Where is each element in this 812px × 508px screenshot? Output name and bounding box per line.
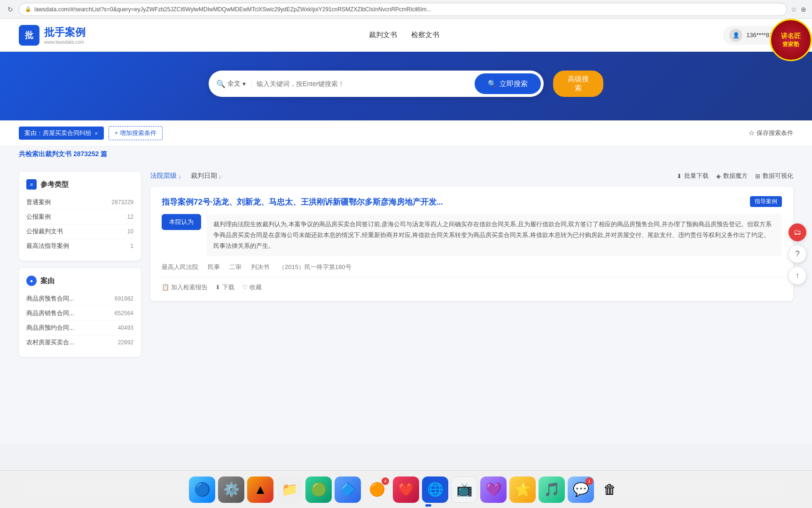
dock-trash[interactable]: 🗑 <box>597 476 623 503</box>
dock-app10[interactable]: 📺 <box>451 476 477 503</box>
data-viz-button[interactable]: ⊞ 数据可视化 <box>755 172 793 180</box>
dock-app6-icon: 🔷 <box>340 482 356 497</box>
question-icon: ? <box>796 250 800 258</box>
result-actions: 📋 加入检索报告 ⬇ 下载 ♡ 收藏 <box>162 277 782 292</box>
filter-remove-icon[interactable]: × <box>94 130 98 137</box>
sidebar-item-supreme-name: 最高法指导案例 <box>26 242 69 250</box>
dock-launchpad[interactable]: ⚙️ <box>218 476 244 503</box>
sidebar-item-cause-1[interactable]: 商品房销售合同... 652564 <box>26 306 133 321</box>
dock-app14[interactable]: 💬 1 <box>568 476 594 503</box>
search-input[interactable] <box>257 80 475 87</box>
meta-trial: 二审 <box>229 263 242 271</box>
chevron-down-icon <box>242 80 246 87</box>
sidebar-item-cause-3[interactable]: 农村房屋买卖合... 22892 <box>26 335 133 349</box>
favorite-button[interactable]: ♡ 收藏 <box>242 283 262 292</box>
trash-icon: 🗑 <box>603 482 617 497</box>
dock-app7[interactable]: 🟠 4 <box>364 476 390 503</box>
save-search-button[interactable]: ☆ 保存搜索条件 <box>749 129 793 137</box>
sidebar-item-normal-count: 2873229 <box>111 199 133 206</box>
reload-button[interactable]: ↻ <box>6 5 15 14</box>
lock-icon: 🔒 <box>25 6 31 12</box>
sort-court-arrow <box>179 172 181 180</box>
sidebar-item-cause-0[interactable]: 商品房预售合同... 691982 <box>26 292 133 306</box>
dock-badge-2: 1 <box>586 477 593 485</box>
download-button[interactable]: ⬇ 下载 <box>215 283 234 292</box>
float-top-button[interactable]: ↑ <box>789 267 806 285</box>
excerpt-text: 裁判理由法院生效裁判认为,本案争议的商品房买卖合同签订前,彦海公司与汤龙等四人之… <box>207 214 782 256</box>
dock-app6[interactable]: 🔷 <box>335 476 361 503</box>
dock-app13[interactable]: 🎵 <box>539 476 565 503</box>
float-help-button[interactable]: ? <box>789 245 806 263</box>
result-excerpt-section: 本院认为 裁判理由法院生效裁判认为,本案争议的商品房买卖合同签订前,彦海公司与汤… <box>162 214 782 256</box>
sidebar-item-gazette-doc[interactable]: 公报裁判文书 10 <box>26 224 133 239</box>
float-folder-button[interactable]: 🗂 <box>789 223 806 241</box>
search-bar: 🔍 全文 🔍 立即搜索 <box>209 71 544 97</box>
sidebar-section-cause: ● 案由 商品房预售合同... 691982 商品房销售合同... 652564… <box>19 268 141 357</box>
bookmark-icon[interactable]: ☆ <box>791 6 797 13</box>
sidebar-item-cause-2[interactable]: 商品房预约合同... 40493 <box>26 321 133 335</box>
sidebar-item-cause-1-count: 652564 <box>115 310 133 317</box>
dock-app4[interactable]: 📁 <box>276 476 303 503</box>
advanced-search-button[interactable]: 高级搜索 <box>553 71 603 97</box>
sidebar-item-cause-0-count: 691982 <box>115 295 133 302</box>
dock-app11-icon: 💜 <box>485 482 502 497</box>
section-icon-type: ≡ <box>26 179 37 190</box>
sidebar-item-gazette-doc-name: 公报裁判文书 <box>26 227 63 236</box>
dock-progress-bar <box>425 504 445 507</box>
url-text: lawsdata.com/#/searchList?s=0&query=eyJy… <box>34 6 781 13</box>
meta-doc-type: 判决书 <box>251 263 269 271</box>
sidebar-item-normal-name: 普通案例 <box>26 198 51 206</box>
sort-date-arrow <box>219 172 222 180</box>
sidebar-item-cause-0-name: 商品房预售合同... <box>26 294 74 303</box>
sidebar-item-gazette-doc-count: 10 <box>127 228 133 235</box>
active-filter-tag[interactable]: 案由：房屋买卖合同纠纷 × <box>19 127 104 140</box>
sidebar-item-cause-2-name: 商品房预约合同... <box>26 324 74 332</box>
search-type-selector[interactable]: 🔍 全文 <box>216 79 252 88</box>
sidebar-item-cause-3-count: 22892 <box>118 339 133 346</box>
dock-app11[interactable]: 💜 <box>480 476 507 503</box>
heart-icon: ♡ <box>242 284 248 291</box>
add-to-report-button[interactable]: 📋 加入检索报告 <box>162 283 208 292</box>
data-cube-icon: ◈ <box>716 173 721 180</box>
results-toolbar: 法院层级 裁判日期 ⬇ 批量下载 ◈ 数据魔方 ⊞ <box>150 172 793 180</box>
sidebar-item-supreme[interactable]: 最高法指导案例 1 <box>26 239 133 253</box>
extension-icon[interactable]: ⊕ <box>801 6 806 13</box>
dock-app12[interactable]: ⭐ <box>509 476 536 503</box>
sort-date[interactable]: 裁判日期 <box>191 172 222 180</box>
bulk-download-button[interactable]: ⬇ 批量下载 <box>677 172 709 180</box>
add-filter-button[interactable]: + 增加搜索条件 <box>109 126 163 140</box>
dock-app3[interactable]: ▲ <box>247 476 273 503</box>
sort-options: 法院层级 裁判日期 <box>150 172 221 180</box>
logo-text: 批手案例 www.lawsdata.com <box>44 25 86 45</box>
url-bar[interactable]: 🔒 lawsdata.com/#/searchList?s=0&query=ey… <box>19 3 787 16</box>
search-button[interactable]: 🔍 立即搜索 <box>475 73 541 94</box>
sort-date-label: 裁判日期 <box>191 172 217 180</box>
sidebar-item-gazette[interactable]: 公报案例 12 <box>26 210 133 224</box>
dock-app4-icon: 📁 <box>281 482 298 497</box>
sort-court-level[interactable]: 法院层级 <box>150 172 181 180</box>
finder-icon: 🔵 <box>194 482 211 497</box>
dock-app5[interactable]: 🟢 <box>305 476 332 503</box>
result-meta: 最高人民法院 民事 二审 判决书 （2015）民一终字第180号 <box>162 263 782 271</box>
result-count-suffix: 篇 <box>101 150 107 158</box>
data-cube-button[interactable]: ◈ 数据魔方 <box>716 172 748 180</box>
sort-court-label: 法院层级 <box>150 172 177 180</box>
dock-app9[interactable]: 🌐 <box>422 476 448 503</box>
excerpt-label-button[interactable]: 本院认为 <box>162 214 201 230</box>
sidebar-section-title-type: ≡ 参考类型 <box>26 179 133 190</box>
nav-jiancha[interactable]: 检察文书 <box>411 31 439 40</box>
site-logo: 批 批手案例 www.lawsdata.com <box>19 25 86 46</box>
dock-app8[interactable]: ❤️ <box>393 476 419 503</box>
sidebar-item-supreme-count: 1 <box>130 243 133 249</box>
result-title[interactable]: 指导案例72号·汤龙、刘新龙、马忠太、王洪刚诉新疆鄂尔多斯彦海房地产开发... <box>162 196 744 208</box>
logo-sub-text: www.lawsdata.com <box>44 40 86 45</box>
result-count-prefix: 共检索出裁判文书 <box>19 150 71 158</box>
section-title-type: 参考类型 <box>40 180 69 189</box>
floating-buttons: 🗂 ? ↑ <box>789 223 806 285</box>
browser-icons: ☆ ⊕ <box>791 6 806 13</box>
user-avatar: 👤 <box>729 29 742 42</box>
nav-caipan[interactable]: 裁判文书 <box>369 31 397 40</box>
sidebar-item-normal[interactable]: 普通案例 2873229 <box>26 195 133 210</box>
dock-finder[interactable]: 🔵 <box>189 476 215 503</box>
download-icon: ⬇ <box>215 284 220 291</box>
